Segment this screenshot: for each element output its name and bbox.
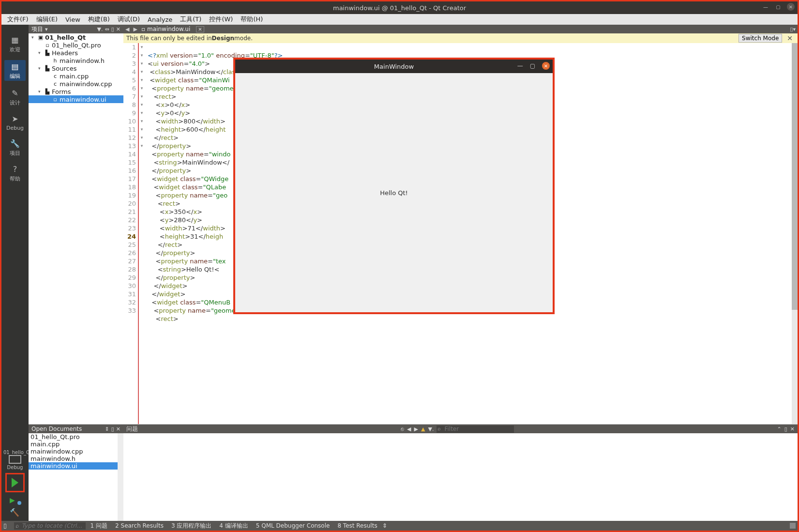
nav-back-icon[interactable]: ◀ [125,26,129,32]
project-panel-title: 项目 [31,25,43,33]
build-button[interactable]: 🔨 [10,508,20,517]
mode-help[interactable]: ? 帮助 [4,164,26,182]
issues-filter-input[interactable] [437,426,514,433]
list-item[interactable]: main.cpp [29,441,123,448]
pencil-icon: ✎ [10,88,20,98]
mode-debug[interactable]: ➤ Debug [4,113,26,131]
status-tests[interactable]: 8 Test Results [334,522,380,529]
cpp-file-icon: c [52,81,59,87]
list-item[interactable]: 01_hello_Qt.pro [29,433,123,441]
status-appoutput[interactable]: 3 应用程序输出 [168,522,214,530]
hello-label: Hello Qt! [380,189,408,197]
play-icon [12,478,18,487]
expand-icon[interactable]: ⌃ [777,426,782,432]
nav-next-icon[interactable]: ▶ [414,426,418,432]
panel-close-icon[interactable]: ✕ [790,426,795,432]
header-file-icon: h [52,58,59,64]
chevron-icon[interactable]: ⇕ [382,522,387,529]
cpp-file-icon: c [52,73,59,79]
app-maximize-icon[interactable]: ▢ [530,62,535,69]
menu-widgets[interactable]: 控件(W) [205,14,237,25]
run-target[interactable]: 01_hello_Qt Debug [3,450,27,470]
panel-close-icon[interactable]: ✕ [116,26,121,32]
split-icon[interactable]: ▯ [111,26,114,32]
list-item[interactable]: mainwindow.cpp [29,448,123,455]
window-minimize-icon[interactable]: — [762,3,769,11]
panel-close-icon[interactable]: ✕ [116,426,121,432]
task-icon[interactable]: ⎋ [401,426,404,432]
search-icon: ⌕ [437,426,441,432]
filter-icon[interactable]: ▼. [428,426,434,432]
menu-view[interactable]: View [61,15,84,24]
window-maximize-icon[interactable]: ▢ [774,3,782,11]
chevron-down-icon[interactable]: ▾ [45,26,48,32]
editor-toolbar: ◀ ▶ ▫ mainwindow.ui ✕ ▯▾ [123,25,798,33]
switch-mode-button[interactable]: Switch Mode [739,34,782,43]
folder-icon: ▙ [44,65,51,72]
run-button[interactable] [5,473,25,492]
split-editor-icon[interactable]: ▯▾ [790,26,796,32]
app-body: Hello Qt! [235,73,553,312]
app-minimize-icon[interactable]: — [517,62,523,69]
open-docs-list[interactable]: 01_hello_Qt.pro main.cpp mainwindow.cpp … [29,433,123,521]
issues-title: 问题 [126,425,138,433]
status-search[interactable]: 2 Search Results [112,522,166,529]
fold-column[interactable]: ▾▾▾▾▾▾▾▾▾▾▾▾▾ [139,43,145,424]
info-close-icon[interactable]: ✕ [785,34,795,42]
settings-icon[interactable]: ▯ [784,426,787,432]
info-text-a: This file can only be edited in [126,35,212,42]
editor-tab[interactable]: ▫ mainwindow.ui [141,26,190,32]
info-text-b: Design [212,35,235,42]
filter-icon[interactable]: ▼. [97,26,103,32]
menu-edit[interactable]: 编辑(E) [32,14,61,25]
app-titlebar[interactable]: MainWindow — ▢ ✕ [235,60,553,73]
status-issues[interactable]: 1 问题 [88,522,110,530]
nav-fwd-icon[interactable]: ▶ [133,26,137,32]
mode-welcome[interactable]: ▦ 欢迎 [4,34,26,53]
status-compile[interactable]: 4 编译输出 [216,522,251,530]
split-icon[interactable]: ▯ [111,426,114,432]
editor-scrollbar[interactable] [792,43,798,424]
project-panel: 项目 ▾ ▼. ⇔ ▯ ✕ ▾▣01_hello_Qt ▫01_hello_Qt… [29,25,123,424]
running-app-window[interactable]: MainWindow — ▢ ✕ Hello Qt! [233,58,555,314]
status-qml[interactable]: 5 QML Debugger Console [253,522,333,529]
warning-icon[interactable]: ▲ [421,426,425,432]
app-close-icon[interactable]: ✕ [542,62,550,70]
locator-input[interactable] [14,522,86,530]
ui-file-icon: ▫ [52,96,59,103]
menu-tools[interactable]: 工具(T) [176,14,205,25]
grid-icon: ▦ [10,34,20,45]
edit-icon: ▤ [10,61,20,72]
mode-edit[interactable]: ▤ 编辑 [4,60,26,81]
window-close-icon[interactable]: ✕ [787,3,795,11]
ui-file-icon: ▫ [141,26,145,32]
search-icon: ⌕ [15,522,19,529]
open-docs-scrollbar[interactable] [118,433,123,521]
menu-file[interactable]: 文件(F) [3,14,32,25]
bug-icon: ➤ [10,113,20,124]
output-toggle-icon[interactable]: ▯ [3,522,7,529]
open-documents-panel: Open Documents ⇕ ▯ ✕ 01_hello_Qt.pro mai… [29,425,123,521]
mode-project[interactable]: 🔧 项目 [4,138,26,157]
line-gutter: 1234567891011121314151617181920212223242… [123,43,138,424]
issues-panel: 问题 ⎋ ◀ ▶ ▲ ▼. ⌕ ⌃ ▯ ✕ [123,425,798,521]
mode-design[interactable]: ✎ 设计 [4,88,26,106]
chevron-down-icon[interactable]: ⇕ [105,426,109,432]
project-tree[interactable]: ▾▣01_hello_Qt ▫01_hello_Qt.pro ▾▙Headers… [29,33,123,424]
menu-build[interactable]: 构建(B) [84,14,114,25]
menu-debug[interactable]: 调试(D) [114,14,144,25]
mode-bar: ▦ 欢迎 ▤ 编辑 ✎ 设计 ➤ Debug 🔧 项目 ? 帮助 01_hell… [1,25,29,521]
list-item[interactable]: mainwindow.h [29,455,123,462]
menu-help[interactable]: 帮助(H) [237,14,267,25]
debug-run-button[interactable]: ▶ [10,496,20,504]
tab-close-icon[interactable]: ✕ [196,26,204,32]
menu-analyze[interactable]: Analyze [144,15,176,24]
list-item[interactable]: mainwindow.ui [29,462,123,470]
progress-indicator-icon[interactable] [790,523,796,529]
folder-icon: ▙ [44,89,51,95]
folder-icon: ▙ [44,50,51,56]
menu-bar: 文件(F) 编辑(E) View 构建(B) 调试(D) Analyze 工具(… [1,14,798,25]
nav-prev-icon[interactable]: ◀ [407,426,411,432]
design-mode-info: This file can only be edited in Design m… [123,33,798,43]
link-icon[interactable]: ⇔ [105,26,109,32]
